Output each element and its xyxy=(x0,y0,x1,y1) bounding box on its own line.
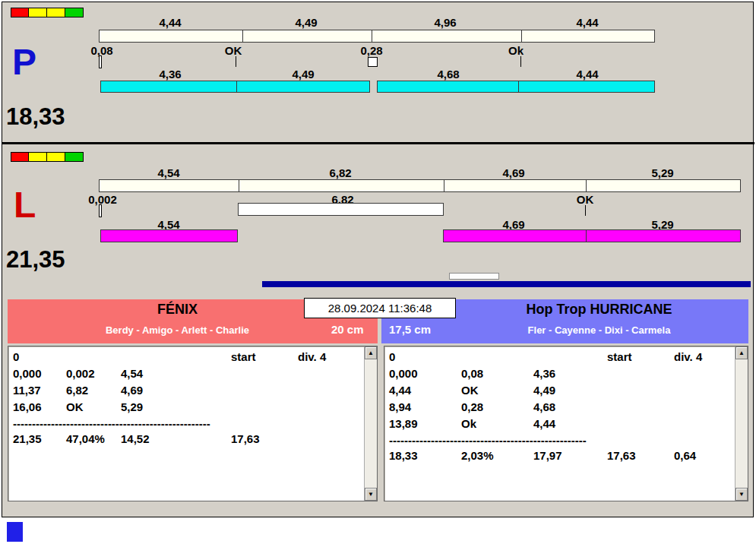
lane-letter-p: P xyxy=(12,44,36,81)
result-total-cell: 17,63 xyxy=(231,432,260,445)
result-cell: 4,44 xyxy=(533,417,555,430)
result-cell: 5,29 xyxy=(121,400,143,413)
l-split-bar xyxy=(443,229,741,242)
l-split-bar xyxy=(100,229,238,242)
result-total-cell: 21,35 xyxy=(13,432,42,445)
result-cell: 6,82 xyxy=(66,384,88,397)
result-total-cell: 17,63 xyxy=(607,449,636,462)
tick-mark xyxy=(520,56,521,67)
l-top-value: 4,54 xyxy=(134,166,203,179)
scroll-down-icon: ▼ xyxy=(739,491,745,498)
l-mark: 0,002 xyxy=(68,193,137,206)
p-top-value: 4,44 xyxy=(553,16,622,29)
p-bottom-value: 4,68 xyxy=(414,68,482,81)
strip-segment-yellow xyxy=(47,152,65,162)
p-split-bar xyxy=(100,81,370,93)
results-left-box: 0 start div. 4 0,000 0,002 4,54 11,37 6,… xyxy=(8,346,378,501)
taskbar-blue-marker xyxy=(7,522,23,542)
bar-divider xyxy=(586,180,587,191)
result-total-cell: 0,64 xyxy=(674,449,696,462)
result-cell: 4,68 xyxy=(533,400,555,413)
datetime-display: 28.09.2024 11:36:48 xyxy=(304,298,456,318)
section-divider xyxy=(2,142,754,144)
p-mark: OK xyxy=(199,44,267,57)
lane-total-l: 21,35 xyxy=(6,248,65,271)
strip-segment-red xyxy=(11,152,29,162)
l-top-value: 4,69 xyxy=(479,166,548,179)
scrollbar[interactable]: ▲ ▼ xyxy=(735,346,748,501)
l-empty-segment xyxy=(238,203,444,216)
l-top-value: 6,82 xyxy=(306,166,375,179)
result-separator: ----------------------------------------… xyxy=(13,417,210,430)
result-cell: start xyxy=(607,350,632,363)
team-left-height: 20 cm xyxy=(331,323,364,336)
p-split-bar xyxy=(377,81,655,93)
strip-segment-yellow xyxy=(47,8,65,17)
team-right-height: 17,5 cm xyxy=(389,323,431,336)
result-cell: 13,89 xyxy=(389,417,418,430)
strip-segment-green xyxy=(65,152,84,162)
progress-bar xyxy=(262,281,751,287)
tick-mark xyxy=(585,205,586,216)
result-cell: 0 xyxy=(13,350,19,363)
bar-divider xyxy=(521,30,522,42)
result-cell: OK xyxy=(66,400,84,413)
lane-letter-l: L xyxy=(14,187,36,223)
p-mark: 0,28 xyxy=(337,44,406,57)
strip-segment-yellow xyxy=(29,152,47,162)
l-top-value: 5,29 xyxy=(628,166,697,179)
status-strip xyxy=(11,8,84,17)
scroll-down-button[interactable]: ▼ xyxy=(735,488,748,501)
bar-divider xyxy=(239,180,239,191)
fault-square xyxy=(368,57,378,67)
result-cell: 0,08 xyxy=(461,367,483,380)
result-separator: ----------------------------------------… xyxy=(389,434,587,447)
result-cell: 4,44 xyxy=(389,384,411,397)
team-right-name: Hop Trop HURRICANE xyxy=(450,302,748,318)
scroll-up-icon: ▲ xyxy=(368,349,374,356)
result-cell: 0,000 xyxy=(13,367,42,380)
l-mark: OK xyxy=(551,193,619,206)
lane-total-p: 18,33 xyxy=(6,105,65,128)
bar-divider xyxy=(586,230,587,242)
result-total-cell: 17,97 xyxy=(533,449,562,462)
scroll-down-button[interactable]: ▼ xyxy=(365,488,377,501)
l-top-bar xyxy=(99,179,741,192)
result-cell: 4,49 xyxy=(533,384,555,397)
result-cell: 4,36 xyxy=(533,367,555,380)
result-cell: 0,000 xyxy=(389,367,418,380)
scroll-up-button[interactable]: ▲ xyxy=(735,346,748,359)
strip-segment-red xyxy=(11,8,29,17)
result-cell: 0 xyxy=(389,350,395,363)
team-right-members: Fler - Cayenne - Dixi - Carmela xyxy=(450,324,748,336)
scroll-down-icon: ▼ xyxy=(368,491,374,498)
p-bottom-value: 4,44 xyxy=(553,68,622,81)
result-cell: 4,54 xyxy=(121,367,143,380)
p-mark: 0,08 xyxy=(68,44,136,57)
p-top-value: 4,44 xyxy=(136,16,204,29)
result-cell: div. 4 xyxy=(674,350,702,363)
bar-divider xyxy=(518,81,519,92)
result-cell: OK xyxy=(461,384,479,397)
bar-divider xyxy=(242,30,243,42)
screen: P 18,33 4,44 4,49 4,96 4,44 0,08 OK 0,28… xyxy=(0,0,756,544)
result-cell: 16,06 xyxy=(13,400,42,413)
result-total-cell: 14,52 xyxy=(121,432,150,445)
result-cell: 0,002 xyxy=(66,367,95,380)
scroll-up-button[interactable]: ▲ xyxy=(365,346,377,359)
mini-bar xyxy=(449,273,499,280)
p-top-value: 4,96 xyxy=(411,16,479,29)
result-cell: 8,94 xyxy=(389,400,411,413)
team-left-name: FÉNIX xyxy=(8,302,347,318)
p-bottom-value: 4,36 xyxy=(136,68,204,81)
scroll-up-icon: ▲ xyxy=(739,349,745,356)
result-cell: 0,28 xyxy=(461,400,483,413)
bar-divider xyxy=(444,180,444,191)
team-left-members: Berdy - Amigo - Arlett - Charlie xyxy=(8,324,347,336)
status-strip xyxy=(11,152,84,162)
result-total-cell: 2,03% xyxy=(461,449,494,462)
start-tick xyxy=(99,55,102,68)
strip-segment-green xyxy=(65,8,84,17)
scrollbar[interactable]: ▲ ▼ xyxy=(364,346,377,501)
start-tick xyxy=(99,204,102,217)
